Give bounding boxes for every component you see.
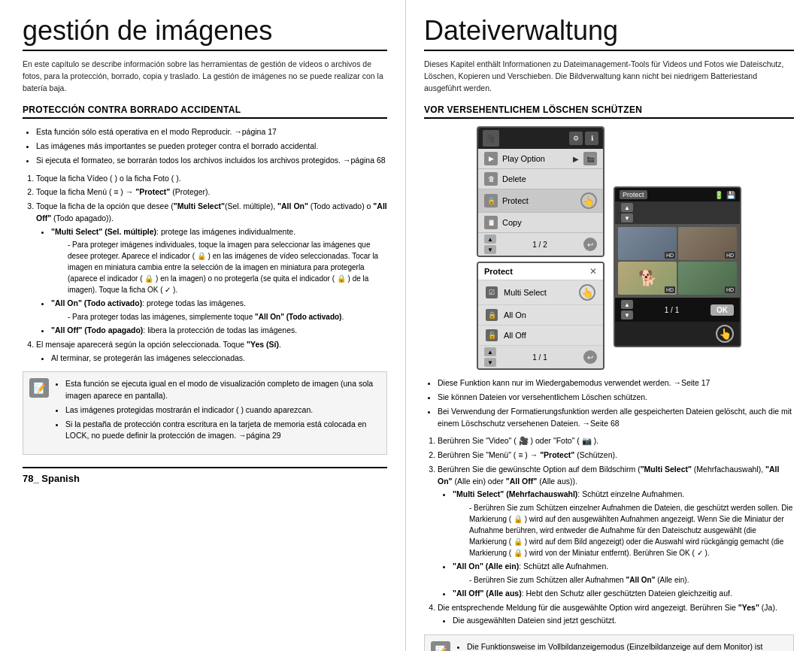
play-icon: ▶ (484, 152, 498, 165)
up-arrow-4[interactable]: ▲ (621, 300, 633, 309)
menu-row-protect[interactable]: 🔒 Protect 👆 (478, 189, 603, 213)
left-bullet-2: Las imágenes más importantes se pueden p… (36, 141, 387, 153)
left-page-bar: 78_ Spanish (23, 467, 387, 484)
right-sub-2: "All On" (Alle ein): Schützt alle Aufnah… (453, 561, 794, 586)
gallery-protect-label: Protect (620, 190, 647, 199)
left-sub-bullet-2: "All On" (Todo activado): protege todas … (51, 298, 387, 322)
close-icon[interactable]: ✕ (589, 266, 597, 277)
info-icon: ℹ (585, 132, 598, 145)
screen-header-1: 🎥 ⚙ ℹ (478, 128, 603, 149)
play-sub-icon: 🎬 (583, 152, 597, 165)
up-arrow[interactable]: ▲ (484, 235, 496, 244)
right-bullet-3: Bei Verwendung der Formatierungsfunktion… (438, 406, 794, 430)
left-bullets: Esta función sólo está operativa en el m… (23, 126, 387, 166)
down-arrow[interactable]: ▼ (484, 245, 496, 254)
left-intro: En este capítulo se describe información… (23, 59, 387, 94)
protect-nav: ▲ ▼ 1 / 1 ↩ (478, 346, 603, 368)
left-note-text: Esta función se ejecuta igual en el modo… (55, 378, 380, 448)
protect-options-body: ☑ Multi Select 👆 🔒 All On 🔓 All Off (478, 280, 603, 346)
menu-row-delete: 🗑 Delete (478, 169, 603, 189)
gallery-cell-4[interactable]: HD (678, 262, 737, 295)
gallery-cell-1[interactable]: HD (618, 227, 677, 260)
allon-icon: 🔒 (486, 309, 498, 321)
left-bullet-3: Si ejecuta el formateo, se borrarán todo… (36, 155, 387, 167)
left-sub-bullet-3: "All Off" (Todo apagado): libera la prot… (51, 325, 387, 337)
page-counter-3: 1 / 1 (665, 306, 679, 314)
settings-icon: ⚙ (569, 132, 583, 145)
down-arrow-3[interactable]: ▼ (621, 213, 633, 223)
alloff-icon: 🔓 (486, 329, 498, 341)
gallery-cell-2[interactable]: HD (678, 227, 737, 260)
hd-badge-3: HD (665, 286, 675, 293)
down-arrow-4[interactable]: ▼ (621, 310, 633, 319)
touch-finger-2: 👆 (579, 284, 595, 301)
note-icon-left: 📝 (29, 378, 49, 398)
hd-badge-1: HD (665, 252, 675, 259)
note-icon-right: 📝 (431, 641, 450, 651)
back-button-2[interactable]: ↩ (583, 350, 597, 364)
ok-button[interactable]: OK (710, 304, 734, 316)
left-note-box: 📝 Esta función se ejecuta igual en el mo… (23, 371, 387, 455)
protect-icon: 🔒 (484, 194, 498, 207)
protect-row-multiselect[interactable]: ☑ Multi Select 👆 (478, 280, 603, 305)
right-intro: Dieses Kapitel enthält Informationen zu … (424, 59, 794, 94)
touch-finger-1: 👆 (580, 192, 597, 209)
left-column: gestión de imágenes En este capítulo se … (0, 0, 406, 651)
right-note-text: Die Funktionsweise im Vollbildanzeigemod… (456, 641, 787, 651)
right-steps: Berühren Sie "Video" ( 🎥 ) oder "Foto" (… (424, 435, 794, 627)
protect-row-alloff[interactable]: 🔓 All Off (478, 326, 603, 346)
finger-area: 👆 (615, 322, 740, 346)
down-arrow-2[interactable]: ▼ (484, 358, 496, 367)
gallery-grid: HD HD 🐕 HD HD (615, 224, 740, 298)
gallery-footer: ▲ ▼ 1 / 1 OK (615, 298, 740, 322)
right-bullet-1: Diese Funktion kann nur im Wiedergabemod… (438, 377, 794, 389)
gallery-top-bar: Protect 🔋 💾 (615, 188, 740, 201)
right-column: Dateiverwaltung Dieses Kapitel enthält I… (406, 0, 812, 651)
protect-header: Protect ✕ (478, 263, 603, 280)
copy-icon: 📋 (484, 216, 498, 229)
right-bullets: Diese Funktion kann nur im Wiedergabemod… (424, 377, 794, 429)
right-note-box: 📝 Die Funktionsweise im Vollbildanzeigem… (424, 634, 794, 651)
left-step-3: Toque la ficha de la opción que desee ("… (36, 201, 387, 337)
screen-group-1: 🎥 ⚙ ℹ ▶ Play Option ▶ 🎬 (477, 126, 604, 370)
up-arrow-3[interactable]: ▲ (621, 203, 633, 212)
left-step-1: Toque la ficha Vídeo ( ) o la ficha Foto… (36, 173, 387, 185)
screen-gallery: Protect 🔋 💾 ▲ ▼ (614, 186, 741, 347)
gallery-cell-dog-1[interactable]: 🐕 HD (618, 262, 677, 295)
right-step-3: Berühren Sie die gewünschte Option auf d… (438, 464, 794, 600)
menu-body: ▶ Play Option ▶ 🎬 🗑 Delete 🔒 Protect (478, 149, 603, 233)
screenshot-panels: 🎥 ⚙ ℹ ▶ Play Option ▶ 🎬 (424, 126, 794, 370)
right-step-1: Berühren Sie "Video" ( 🎥 ) oder "Foto" (… (438, 435, 794, 447)
hd-badge-4: HD (725, 286, 735, 293)
menu-row-play: ▶ Play Option ▶ 🎬 (478, 149, 603, 169)
right-title: Dateiverwaltung (424, 15, 794, 51)
left-page-number: 78_ Spanish (23, 473, 80, 484)
left-title: gestión de imágenes (23, 15, 387, 51)
left-step-2: Toque la ficha Menú ( ≡ ) → "Protect" (P… (36, 186, 387, 198)
delete-icon: 🗑 (484, 172, 498, 186)
storage-icon: 💾 (726, 191, 735, 199)
right-sub-1: "Multi Select" (Mehrfachauswahl): Schütz… (453, 489, 794, 559)
back-button-1[interactable]: ↩ (583, 238, 597, 251)
right-step-2: Berühren Sie "Menü" ( ≡ ) → "Protect" (S… (438, 450, 794, 462)
gallery-nav-top: ▲ ▼ (615, 201, 740, 224)
video-icon: 🎥 (483, 130, 499, 147)
protect-row-allon[interactable]: 🔒 All On (478, 305, 603, 326)
right-section-title: VOR VERSEHENTLICHEM LÖSCHEN schützen (424, 104, 794, 119)
touch-finger-3: 👆 (716, 325, 734, 343)
page-counter-2: 1 / 1 (532, 353, 547, 362)
right-sub-3: "All Off" (Alle aus): Hebt den Schutz al… (453, 588, 794, 600)
left-sub-bullets: "Multi Select" (Sel. múltiple): protege … (36, 226, 387, 337)
screen-protect-menu: Protect ✕ ☑ Multi Select 👆 🔒 All On (477, 262, 604, 370)
hd-badge-2: HD (725, 252, 735, 259)
menu-row-copy: 📋 Copy (478, 213, 603, 233)
screen-group-2: Protect 🔋 💾 ▲ ▼ (614, 186, 741, 370)
page-counter-1: 1 / 2 (532, 241, 547, 249)
right-bullet-2: Sie können Dateien vor versehentlichem L… (438, 392, 794, 404)
right-step-4: Die entsprechende Meldung für die ausgew… (438, 602, 794, 628)
left-steps: Toque la ficha Vídeo ( ) o la ficha Foto… (23, 173, 387, 365)
screen-nav-1: ▲ ▼ 1 / 2 ↩ (478, 233, 603, 256)
page: gestión de imágenes En este capítulo se … (0, 0, 812, 651)
up-arrow-2[interactable]: ▲ (484, 347, 496, 356)
multiselect-icon: ☑ (486, 286, 498, 298)
